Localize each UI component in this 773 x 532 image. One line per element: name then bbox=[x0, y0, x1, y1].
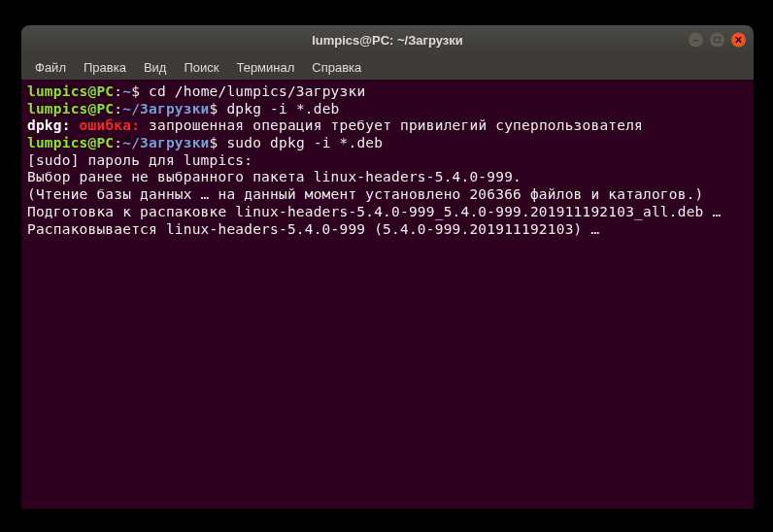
prompt-path: ~/Загрузки bbox=[122, 101, 209, 116]
prompt-sep: : bbox=[114, 101, 122, 116]
terminal-line: lumpics@PC:~/Загрузки$ sudo dpkg -i *.de… bbox=[27, 135, 748, 152]
terminal-line: lumpics@PC:~$ cd /home/lumpics/Загрузки bbox=[27, 83, 748, 101]
menu-help[interactable]: Справка bbox=[304, 57, 369, 78]
window-titlebar: lumpics@PC: ~/Загрузки bbox=[21, 25, 754, 54]
menu-file[interactable]: Файл bbox=[27, 57, 74, 78]
terminal-line: dpkg: ошибка: запрошенная операция требу… bbox=[27, 117, 748, 135]
prompt-end: $ bbox=[131, 83, 149, 99]
menu-view[interactable]: Вид bbox=[136, 57, 175, 78]
prompt-path: ~/Загрузки bbox=[122, 135, 209, 150]
maximize-button[interactable] bbox=[710, 33, 724, 48]
window-controls bbox=[689, 33, 746, 48]
minimize-button[interactable] bbox=[689, 33, 703, 48]
terminal-window: lumpics@PC: ~/Загрузки Файл Правка Вид П… bbox=[21, 25, 754, 509]
prompt-user: lumpics@PC bbox=[27, 135, 114, 150]
minimize-icon bbox=[691, 36, 700, 45]
prompt-user: lumpics@PC bbox=[27, 83, 114, 99]
terminal-line: Подготовка к распаковке linux-headers-5.… bbox=[27, 204, 748, 221]
window-title: lumpics@PC: ~/Загрузки bbox=[312, 33, 463, 48]
terminal-line: (Чтение базы данных … на данный момент у… bbox=[27, 186, 748, 204]
prompt-path: ~ bbox=[122, 83, 131, 99]
terminal-line: [sudo] пароль для lumpics: bbox=[27, 152, 748, 170]
prompt-user: lumpics@PC bbox=[27, 101, 114, 116]
terminal-line: Распаковывается linux-headers-5.4.0-999 … bbox=[27, 221, 748, 239]
command-text: dpkg -i *.deb bbox=[226, 101, 339, 116]
maximize-icon bbox=[713, 36, 722, 45]
close-icon bbox=[734, 36, 743, 45]
error-text: запрошенная операция требует привилегий … bbox=[149, 117, 643, 133]
terminal-line: Выбор ранее не выбранного пакета linux-h… bbox=[27, 169, 748, 186]
prompt-end: $ bbox=[210, 135, 227, 150]
dpkg-prefix: dpkg: bbox=[27, 117, 80, 133]
menu-terminal[interactable]: Терминал bbox=[228, 57, 302, 78]
error-label: ошибка: bbox=[80, 117, 149, 133]
menubar: Файл Правка Вид Поиск Терминал Справка bbox=[21, 54, 754, 80]
prompt-sep: : bbox=[114, 135, 122, 150]
prompt-sep: : bbox=[114, 83, 122, 99]
close-button[interactable] bbox=[731, 33, 746, 48]
svg-rect-1 bbox=[715, 37, 720, 42]
command-text: cd /home/lumpics/Загрузки bbox=[149, 83, 365, 99]
terminal-output[interactable]: lumpics@PC:~$ cd /home/lumpics/Загрузкиl… bbox=[21, 80, 754, 242]
menu-edit[interactable]: Правка bbox=[76, 57, 134, 78]
prompt-end: $ bbox=[210, 101, 227, 116]
terminal-line: lumpics@PC:~/Загрузки$ dpkg -i *.deb bbox=[27, 101, 748, 118]
menu-search[interactable]: Поиск bbox=[176, 57, 226, 78]
command-text: sudo dpkg -i *.deb bbox=[226, 135, 383, 150]
